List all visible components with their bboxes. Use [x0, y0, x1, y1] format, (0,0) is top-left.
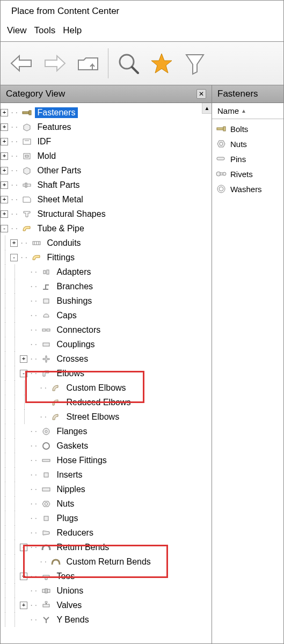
tree-item-tube-pipe[interactable]: -·· Tube & Pipe [1, 221, 212, 236]
tree-item-fasteners[interactable]: +·· Fasteners [1, 105, 212, 120]
expand-icon[interactable]: + [10, 239, 18, 247]
expand-icon[interactable]: + [1, 167, 8, 174]
tree-item-street-elbows[interactable]: ·· Street Elbows [1, 409, 212, 424]
menubar: View Tools Help [1, 21, 283, 41]
column-header-name[interactable]: Name ▲ [212, 103, 283, 119]
menu-help[interactable]: Help [60, 24, 85, 37]
expand-icon[interactable]: + [20, 355, 27, 363]
expand-icon[interactable]: + [20, 602, 27, 609]
tree-item-unions[interactable]: ·· Unions [1, 583, 212, 598]
tree-item-mold[interactable]: +·· Mold [1, 149, 212, 163]
list-label: Nuts [230, 140, 247, 149]
tree-item-branches[interactable]: ·· Branches [1, 279, 212, 294]
tree-item-other-parts[interactable]: +·· Other Parts [1, 163, 212, 178]
category-view-title: Category View [6, 89, 65, 99]
tree-label: Other Parts [35, 165, 83, 176]
tree-item-plugs[interactable]: ·· Plugs [1, 511, 212, 525]
return-bend-icon [50, 557, 62, 567]
search-icon [116, 52, 140, 75]
tree-item-nuts[interactable]: ·· Nuts [1, 496, 212, 511]
tree-scroll[interactable]: ▲ +·· Fasteners +·· Features [1, 103, 212, 643]
favorite-button[interactable] [145, 46, 178, 80]
tree-item-gaskets[interactable]: ·· Gaskets [1, 438, 212, 453]
content-center-window: Place from Content Center View Tools Hel… [0, 0, 284, 644]
content-area: Category View ✕ ▲ +·· Fasteners [1, 85, 283, 643]
folder-up-button[interactable] [71, 46, 105, 80]
elbow-icon [50, 412, 62, 422]
svg-rect-25 [42, 488, 50, 491]
return-bend-icon [40, 542, 52, 553]
expand-icon[interactable]: + [1, 138, 8, 145]
tree-item-crosses[interactable]: +·· Crosses [1, 352, 212, 366]
tree-item-connectors[interactable]: ·· Connectors [1, 323, 212, 337]
collapse-icon[interactable]: - [20, 544, 27, 551]
tree-item-reducers[interactable]: ·· Reducers [1, 525, 212, 540]
scroll-up-button[interactable]: ▲ [202, 103, 212, 114]
tree-item-inserts[interactable]: ·· Inserts [1, 467, 212, 482]
tree-item-fittings[interactable]: -·· Fittings [1, 250, 212, 265]
tree-item-tees[interactable]: +·· Tees [1, 569, 212, 583]
list-item-pins[interactable]: Pins [215, 151, 280, 166]
list-item-washers[interactable]: Washers [215, 181, 280, 196]
category-tree: +·· Fasteners +·· Features +·· IDF [1, 103, 212, 638]
close-panel-button[interactable]: ✕ [196, 89, 206, 99]
tree-item-features[interactable]: +·· Features [1, 120, 212, 134]
tree-item-y-bends[interactable]: ·· Y Bends [1, 612, 212, 627]
tree-item-valves[interactable]: +·· Valves [1, 598, 212, 612]
conduit-icon [31, 238, 42, 248]
expand-icon[interactable]: + [1, 210, 8, 218]
tree-item-bushings[interactable]: ·· Bushings [1, 294, 212, 308]
tree-item-return-bends[interactable]: -·· Return Bends [1, 540, 212, 554]
search-button[interactable] [112, 46, 145, 80]
expand-icon[interactable]: + [20, 573, 27, 580]
fasteners-list: Bolts Nuts Pins Rivets Washers [212, 119, 283, 643]
svg-rect-27 [44, 516, 48, 521]
tree-label: Street Elbows [64, 412, 121, 422]
pipe-icon [21, 223, 33, 234]
tree-item-flanges[interactable]: ·· Flanges [1, 424, 212, 438]
tree-item-caps[interactable]: ·· Caps [1, 308, 212, 323]
bolt-icon [215, 123, 227, 135]
tree-item-custom-elbows[interactable]: ·· Custom Elbows [1, 380, 212, 395]
collapse-icon[interactable]: - [20, 370, 27, 377]
tree-item-idf[interactable]: +·· IDF [1, 134, 212, 149]
toolbar [1, 41, 283, 85]
expand-icon[interactable]: + [1, 123, 8, 131]
tree-label: Nuts [54, 499, 76, 509]
svg-rect-3 [29, 111, 31, 115]
tree-item-reduced-elbows[interactable]: ·· Reduced Elbows [1, 395, 212, 409]
menu-view[interactable]: View [4, 24, 30, 37]
expand-icon[interactable]: + [1, 196, 8, 203]
list-item-bolts[interactable]: Bolts [215, 121, 280, 136]
svg-rect-37 [217, 157, 224, 160]
svg-rect-34 [217, 128, 223, 130]
tree-item-structural-shapes[interactable]: +·· Structural Shapes [1, 207, 212, 221]
tree-item-couplings[interactable]: ·· Couplings [1, 337, 212, 352]
svg-rect-31 [43, 604, 49, 607]
back-button[interactable] [5, 46, 38, 80]
elbow-icon [40, 368, 52, 379]
expand-icon[interactable]: + [1, 109, 8, 116]
filter-button[interactable] [178, 46, 212, 80]
tree-item-sheet-metal[interactable]: +·· Sheet Metal [1, 192, 212, 207]
tree-label: Features [35, 122, 73, 133]
nut-icon [215, 138, 227, 150]
tree-item-shaft-parts[interactable]: +·· Shaft Parts [1, 178, 212, 192]
forward-button[interactable] [38, 46, 71, 80]
collapse-icon[interactable]: - [10, 254, 18, 261]
tree-label: Custom Return Bends [64, 557, 152, 567]
expand-icon[interactable]: + [1, 152, 8, 160]
tree-item-hose-fittings[interactable]: ·· Hose Fittings [1, 453, 212, 467]
list-item-nuts[interactable]: Nuts [215, 136, 280, 151]
tree-label: Shaft Parts [35, 180, 82, 191]
tree-item-custom-return-bends[interactable]: ·· Custom Return Bends [1, 554, 212, 569]
tree-item-adapters[interactable]: ·· Adapters [1, 265, 212, 279]
tree-item-elbows[interactable]: -·· Elbows [1, 366, 212, 380]
tree-item-conduits[interactable]: +·· Conduits [1, 236, 212, 250]
svg-point-41 [217, 185, 225, 193]
expand-icon[interactable]: + [1, 181, 8, 189]
collapse-icon[interactable]: - [1, 225, 8, 232]
list-item-rivets[interactable]: Rivets [215, 166, 280, 181]
menu-tools[interactable]: Tools [31, 24, 59, 37]
tree-item-nipples[interactable]: ·· Nipples [1, 482, 212, 496]
